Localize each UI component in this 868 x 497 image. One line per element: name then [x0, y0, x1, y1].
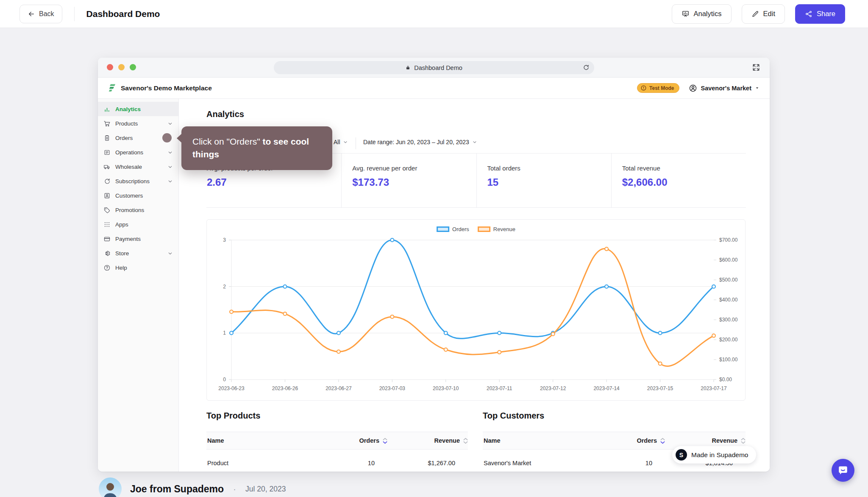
- chevron-down-icon: [167, 179, 173, 184]
- made-in-supademo-badge[interactable]: S Made in Supademo: [672, 446, 756, 463]
- data-point: [498, 351, 501, 354]
- data-point: [605, 247, 608, 251]
- data-point: [551, 332, 555, 336]
- svg-text:2023-06-23: 2023-06-23: [218, 385, 245, 391]
- tag-icon: [103, 207, 111, 214]
- sidebar-item-wholesale[interactable]: Wholesale: [98, 159, 178, 174]
- share-button[interactable]: Share: [795, 4, 845, 24]
- page-title: Analytics: [206, 109, 244, 119]
- sidebar-item-products[interactable]: Products: [98, 116, 178, 131]
- svg-text:$100.00: $100.00: [719, 357, 738, 363]
- top-products-table: Top ProductsNameOrdersRevenueProduct10$1…: [206, 411, 468, 472]
- data-point: [283, 312, 287, 316]
- sidebar-item-store[interactable]: Store: [98, 246, 178, 260]
- browser-chrome-bar: Dashboard Demo: [98, 58, 770, 78]
- test-mode-badge: Test Mode: [637, 83, 679, 93]
- data-point: [605, 285, 608, 288]
- svg-text:$400.00: $400.00: [719, 297, 738, 303]
- back-button[interactable]: Back: [19, 5, 62, 23]
- presentation-chart-icon: [682, 10, 690, 18]
- sidebar-item-operations[interactable]: Operations: [98, 145, 178, 159]
- svg-text:2023-07-10: 2023-07-10: [433, 385, 459, 391]
- data-point: [337, 350, 340, 353]
- chevron-down-icon: [167, 121, 173, 126]
- date-range-dropdown[interactable]: Date range: Jun 20, 2023 – Jul 20, 2023: [363, 139, 477, 145]
- analytics-button[interactable]: Analytics: [672, 4, 732, 24]
- account-menu[interactable]: Savenor's Market: [689, 84, 760, 92]
- column-header-name: Name: [484, 437, 597, 444]
- warning-circle-icon: [640, 85, 647, 91]
- sort-desc-icon: [383, 441, 387, 444]
- data-point: [390, 315, 394, 318]
- tooltip-lead-text: Click on "Orders": [192, 137, 262, 146]
- person-card-icon: [103, 192, 111, 199]
- legend-item-orders[interactable]: Orders: [437, 226, 469, 232]
- data-point: [712, 334, 715, 338]
- brand-logo-icon: [107, 83, 117, 93]
- sort-control[interactable]: [660, 438, 665, 444]
- data-point: [230, 331, 233, 335]
- filter-divider: [356, 137, 356, 149]
- sort-asc-icon: [741, 438, 746, 441]
- sidebar-item-customers[interactable]: Customers: [98, 188, 178, 203]
- fullscreen-icon[interactable]: [752, 63, 760, 72]
- sidebar-item-orders[interactable]: Orders: [98, 131, 178, 145]
- sort-asc-icon: [383, 438, 387, 441]
- tooltip-arrow: [177, 134, 182, 143]
- sort-desc-icon: [741, 441, 746, 444]
- stat-label: Total orders: [487, 165, 611, 172]
- data-point: [283, 285, 287, 288]
- bar-chart-icon: [103, 106, 111, 113]
- sort-control[interactable]: [463, 438, 468, 444]
- traffic-lights: [107, 64, 136, 70]
- chevron-down-icon: [167, 150, 173, 155]
- share-icon: [805, 10, 812, 18]
- sidebar-item-help[interactable]: Help: [98, 260, 178, 275]
- edit-button[interactable]: Edit: [742, 4, 785, 24]
- made-in-supademo-label: Made in Supademo: [691, 451, 748, 459]
- sidebar-item-analytics[interactable]: Analytics: [98, 102, 178, 116]
- line-chart-canvas: 0123$0.00$100.00$200.00$300.00$400.00$50…: [207, 220, 745, 400]
- data-point: [390, 238, 394, 242]
- sort-asc-icon: [463, 438, 468, 441]
- svg-text:$0.00: $0.00: [719, 377, 732, 383]
- sidebar-item-apps[interactable]: Apps: [98, 217, 178, 232]
- stat-label: Avg. revenue per order: [352, 165, 476, 172]
- demo-hotspot[interactable]: [162, 133, 172, 142]
- sidebar: AnalyticsProductsOrdersOperationsWholesa…: [98, 99, 179, 472]
- stat-value: $2,606.00: [622, 176, 746, 188]
- column-header-revenue: Revenue: [434, 437, 468, 444]
- sidebar-item-label: Payments: [115, 236, 141, 242]
- orders-revenue-chart: OrdersRevenue 0123$0.00$100.00$200.00$30…: [206, 219, 746, 401]
- svg-text:2023-07-11: 2023-07-11: [487, 385, 512, 391]
- legend-item-revenue[interactable]: Revenue: [478, 226, 515, 232]
- legend-swatch: [478, 226, 490, 232]
- svg-text:1: 1: [223, 330, 226, 336]
- address-text: Dashboard Demo: [414, 64, 462, 71]
- test-mode-label: Test Mode: [649, 85, 674, 91]
- presenter-date: Jul 20, 2023: [245, 485, 286, 494]
- minimize-traffic-light: [118, 64, 125, 70]
- svg-text:3: 3: [223, 237, 226, 243]
- sidebar-item-subscriptions[interactable]: Subscriptions: [98, 174, 178, 188]
- svg-text:$300.00: $300.00: [719, 317, 738, 323]
- sidebar-item-promotions[interactable]: Promotions: [98, 203, 178, 217]
- stat-value: $173.73: [352, 176, 476, 188]
- chat-launcher-button[interactable]: [832, 459, 854, 482]
- gear-icon: [103, 250, 111, 257]
- sidebar-item-payments[interactable]: Payments: [98, 232, 178, 246]
- row-name: Savenor's Market: [483, 460, 597, 466]
- chevron-down-icon: [472, 140, 477, 145]
- zoom-traffic-light: [130, 64, 136, 70]
- sort-control[interactable]: [741, 438, 746, 444]
- series-line-orders: [231, 240, 714, 338]
- table-header-row: NameOrdersRevenue: [206, 432, 468, 450]
- sort-control[interactable]: [383, 438, 387, 444]
- sidebar-item-label: Analytics: [115, 106, 141, 112]
- sidebar-item-label: Operations: [115, 149, 143, 156]
- demo-window: Dashboard Demo Savenor's Demo Marketplac…: [98, 58, 770, 472]
- data-point: [659, 331, 662, 335]
- all-filter-dropdown[interactable]: All: [334, 139, 348, 145]
- sidebar-item-label: Wholesale: [115, 164, 142, 170]
- svg-text:2023-07-03: 2023-07-03: [379, 385, 406, 391]
